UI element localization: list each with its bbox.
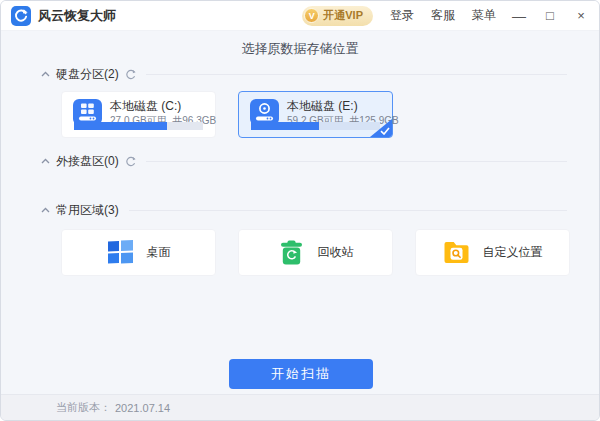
vip-badge-icon: V — [304, 8, 319, 23]
page-title: 选择原数据存储位置 — [1, 40, 599, 58]
disk-name: 本地磁盘 (E:) — [287, 100, 399, 112]
folder-search-icon — [443, 240, 470, 265]
close-button[interactable]: × — [573, 1, 589, 31]
disk-card-row: 本地磁盘 (C:) 27.0 GB可用, 共96.3GB — [61, 91, 393, 138]
common-card-recycle-bin[interactable]: 回收站 — [238, 229, 393, 276]
section-title-external: 外接盘区(0) — [56, 153, 119, 170]
menu-link[interactable]: 菜单 — [472, 7, 496, 24]
common-card-label: 桌面 — [147, 244, 171, 261]
section-header-common: 常用区域(3) — [41, 203, 567, 217]
chevron-up-icon[interactable] — [41, 71, 50, 77]
app-title: 风云恢复大师 — [38, 7, 116, 25]
footer: 当前版本： 2021.07.14 — [1, 394, 599, 420]
disk-card-c[interactable]: 本地磁盘 (C:) 27.0 GB可用, 共96.3GB — [61, 91, 216, 138]
support-link[interactable]: 客服 — [431, 7, 455, 24]
section-divider — [146, 161, 567, 162]
version-label: 当前版本： — [56, 400, 111, 415]
disk-usage-bar — [251, 122, 380, 130]
refresh-icon[interactable] — [125, 69, 136, 80]
start-scan-button[interactable]: 开始扫描 — [229, 359, 373, 389]
section-header-disks: 硬盘分区(2) — [41, 67, 567, 81]
disk-usage-bar — [74, 122, 203, 130]
disk-card-e-content: 本地磁盘 (E:) 59.2 GB可用, 共125.9GB — [239, 92, 392, 126]
disk-name: 本地磁盘 (C:) — [110, 100, 216, 112]
common-card-desktop[interactable]: 桌面 — [61, 229, 216, 276]
app-logo-icon — [11, 6, 31, 26]
common-card-label: 回收站 — [318, 244, 354, 261]
disk-usage-fill — [251, 122, 319, 130]
section-divider — [129, 210, 567, 211]
section-title-common: 常用区域(3) — [56, 202, 119, 219]
chevron-up-icon[interactable] — [41, 207, 50, 213]
app-window: 风云恢复大师 V 开通VIP 登录 客服 菜单 — □ × 选择原数据存储位置 … — [0, 0, 600, 421]
disk-card-e[interactable]: 本地磁盘 (E:) 59.2 GB可用, 共125.9GB — [238, 91, 393, 138]
section-divider — [146, 74, 567, 75]
recycle-bin-icon — [278, 240, 305, 265]
vip-button-label: 开通VIP — [323, 8, 363, 23]
minimize-button[interactable]: — — [511, 1, 527, 31]
section-title-disks: 硬盘分区(2) — [56, 66, 119, 83]
main-content: 选择原数据存储位置 硬盘分区(2) — [1, 31, 599, 396]
chevron-up-icon[interactable] — [41, 158, 50, 164]
disk-usage-fill — [74, 122, 167, 130]
login-link[interactable]: 登录 — [390, 7, 414, 24]
version-value: 2021.07.14 — [115, 402, 170, 414]
maximize-button[interactable]: □ — [542, 1, 558, 31]
common-card-label: 自定义位置 — [483, 244, 543, 261]
vip-button[interactable]: V 开通VIP — [302, 6, 373, 26]
section-header-external: 外接盘区(0) — [41, 154, 567, 168]
titlebar: 风云恢复大师 V 开通VIP 登录 客服 菜单 — □ × — [1, 1, 599, 31]
common-card-row: 桌面 回收站 — [61, 229, 570, 276]
refresh-icon[interactable] — [125, 156, 136, 167]
windows-logo-icon — [107, 240, 134, 265]
disk-card-c-content: 本地磁盘 (C:) 27.0 GB可用, 共96.3GB — [62, 92, 215, 126]
common-card-custom-location[interactable]: 自定义位置 — [415, 229, 570, 276]
